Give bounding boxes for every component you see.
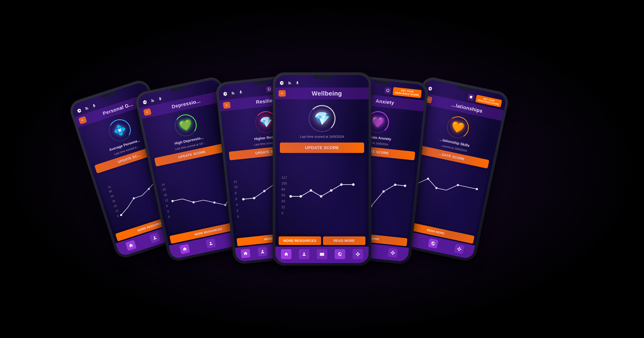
svg-text:8: 8: [166, 204, 168, 208]
svg-point-8: [132, 197, 135, 200]
nav-globe[interactable]: [334, 249, 345, 259]
svg-text:24: 24: [113, 204, 117, 208]
header-icons: [222, 89, 244, 97]
svg-text:4: 4: [236, 203, 238, 206]
score-date: Last time scored at 16/8/2024: [300, 135, 344, 139]
svg-text:4: 4: [167, 210, 169, 213]
back-button[interactable]: [223, 102, 231, 109]
rss-icon[interactable]: [83, 105, 90, 112]
nav-person[interactable]: [149, 232, 160, 243]
gem-container: 💎: [308, 104, 336, 133]
svg-point-20: [213, 201, 216, 204]
back-button[interactable]: [278, 90, 286, 96]
gear-icon[interactable]: [427, 85, 434, 92]
gem-container: 💚: [172, 112, 200, 139]
nav-person[interactable]: [299, 249, 310, 259]
nav-gamepad[interactable]: [352, 249, 363, 259]
gear-icon[interactable]: [222, 91, 228, 97]
nav-gamepad[interactable]: [454, 244, 465, 254]
nav-home[interactable]: [125, 240, 137, 251]
trophy-icon[interactable]: [384, 87, 392, 94]
more-resources-button[interactable]: MORE RESOURCES: [278, 236, 321, 245]
mic-icon[interactable]: [238, 89, 244, 95]
nav-person[interactable]: [258, 247, 268, 256]
screen-wellbeing: Wellbeing 💎 Last time scored at 16/8/202…: [275, 75, 369, 263]
screen-title: Wellbeing: [288, 90, 366, 97]
svg-text:105: 105: [282, 182, 287, 185]
svg-text:16: 16: [163, 193, 167, 197]
trophy-icon[interactable]: [467, 93, 475, 101]
read-more-button[interactable]: READ MORE: [323, 236, 366, 245]
svg-point-48: [330, 189, 332, 192]
gem-emoji: 🧡: [450, 120, 465, 135]
mic-icon[interactable]: [157, 96, 164, 102]
gem-container: 💠: [105, 116, 134, 145]
chart-svg: 0 21 42 63 84 105 117: [280, 158, 364, 232]
svg-point-71: [476, 188, 478, 190]
svg-point-19: [192, 201, 195, 204]
action-buttons: MORE RESOURCES READ MORE: [275, 235, 369, 246]
svg-text:0: 0: [237, 215, 239, 218]
gem-emoji: 💎: [314, 111, 330, 126]
back-button[interactable]: [143, 108, 152, 116]
phone-wellbeing: Wellbeing 💎 Last time scored at 16/8/202…: [273, 73, 371, 266]
svg-text:48: 48: [110, 194, 114, 198]
svg-point-47: [320, 195, 322, 198]
nav-globe[interactable]: [428, 238, 438, 249]
svg-point-18: [171, 200, 174, 202]
nav-gamepad[interactable]: [388, 248, 398, 258]
rss-icon[interactable]: [230, 90, 236, 96]
svg-point-61: [404, 184, 406, 187]
svg-text:0: 0: [282, 211, 283, 215]
gem-emoji: 💜: [371, 116, 385, 129]
gear-icon[interactable]: [279, 80, 285, 86]
svg-text:60: 60: [108, 189, 112, 193]
svg-point-30: [242, 198, 244, 200]
nav-book[interactable]: [317, 249, 327, 259]
back-button[interactable]: [78, 116, 87, 124]
svg-text:12: 12: [234, 180, 237, 184]
svg-point-70: [456, 184, 459, 186]
rss-icon[interactable]: [150, 97, 156, 104]
svg-text:0: 0: [116, 214, 119, 218]
gem-container: 🧡: [444, 114, 472, 141]
nav-person[interactable]: [206, 238, 216, 249]
svg-text:12: 12: [164, 198, 168, 202]
svg-text:36: 36: [112, 199, 116, 203]
chart-area: 0 21 42 63 84 105 117: [278, 156, 366, 234]
nav-home[interactable]: [180, 244, 190, 254]
svg-point-46: [310, 189, 312, 192]
title-bar: Wellbeing: [275, 88, 369, 99]
gem-area: 💎 Last time scored at 16/8/2024: [275, 100, 369, 140]
gem-emoji: 💎: [259, 116, 273, 129]
svg-text:117: 117: [282, 176, 287, 179]
scene: Personal G... 💠 Average Persona... Last …: [0, 0, 644, 338]
header-icons: [279, 80, 300, 86]
svg-point-45: [300, 195, 302, 198]
nav-home[interactable]: [281, 249, 292, 259]
mic-icon[interactable]: [91, 102, 98, 109]
svg-text:20: 20: [162, 188, 166, 192]
nav-home[interactable]: [240, 248, 250, 258]
svg-text:8: 8: [234, 191, 236, 195]
mic-icon[interactable]: [295, 80, 300, 86]
svg-text:84: 84: [282, 188, 285, 191]
bottom-nav: [275, 246, 369, 263]
svg-text:6: 6: [235, 197, 237, 200]
svg-text:70: 70: [107, 185, 111, 189]
gear-icon[interactable]: [76, 107, 83, 114]
svg-text:10: 10: [234, 185, 238, 189]
rss-icon[interactable]: [287, 80, 292, 86]
svg-text:63: 63: [282, 193, 285, 197]
svg-text:42: 42: [282, 199, 285, 203]
svg-text:0: 0: [168, 215, 170, 218]
svg-text:21: 21: [282, 205, 285, 209]
svg-point-50: [352, 183, 354, 186]
resilience-score-button[interactable]: GET YOURRESILIENCE SCORE: [392, 87, 422, 98]
trophy-icon[interactable]: [266, 86, 273, 93]
update-score-button[interactable]: UPDATE SCORE: [280, 142, 364, 153]
gear-icon[interactable]: [142, 99, 148, 105]
svg-text:2: 2: [236, 209, 238, 212]
svg-text:24: 24: [161, 182, 165, 186]
notch: [313, 75, 331, 79]
